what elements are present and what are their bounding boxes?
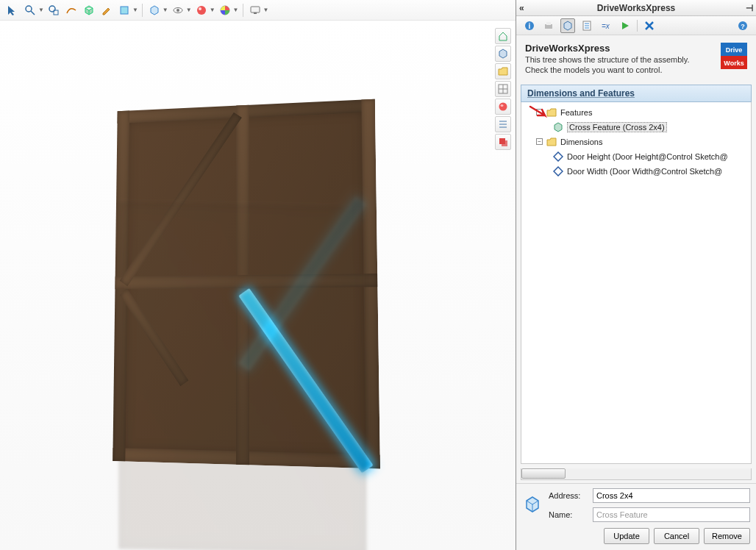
name-row: Name: [549, 507, 750, 522]
dimension-icon [552, 151, 564, 162]
collapse-toggle-icon[interactable]: − [536, 109, 543, 115]
model-viewport[interactable] [0, 21, 516, 550]
panel-title-text: DriveWorksXpress [597, 3, 676, 13]
tree-label: Dimensions [560, 138, 602, 146]
stack-icon[interactable] [495, 134, 511, 150]
svg-line-1 [31, 11, 35, 15]
svg-point-6 [176, 9, 179, 12]
svg-text:Drive: Drive [726, 46, 743, 54]
svg-rect-21 [502, 140, 507, 146]
dropdown-icon[interactable]: ▼ [163, 7, 168, 13]
svg-text:Works: Works [724, 60, 743, 67]
component-tool[interactable] [116, 2, 132, 18]
dropdown-icon[interactable]: ▼ [210, 7, 215, 13]
floor-reflection [112, 431, 374, 550]
tree-label: Door Height (Door Height@Control Sketch@ [567, 152, 728, 161]
button-row: Update Cancel Remove [522, 528, 750, 544]
section-header: Dimensions and Features [521, 85, 752, 102]
svg-rect-4 [121, 7, 128, 14]
svg-point-8 [199, 7, 202, 10]
dropdown-icon[interactable]: ▼ [263, 7, 269, 13]
dropdown-icon[interactable]: ▼ [233, 7, 239, 13]
folder-icon[interactable] [495, 63, 511, 79]
svg-point-0 [26, 6, 32, 12]
view-cube-tool[interactable] [146, 2, 163, 18]
app-root: ▼ ▼ ▼ ▼ ▼ ▼ ▼ [0, 0, 756, 550]
dropdown-icon[interactable]: ▼ [38, 7, 44, 13]
zoom-fit-tool[interactable] [22, 2, 38, 18]
address-input[interactable] [593, 488, 750, 503]
color-tool[interactable] [217, 2, 233, 18]
rule-icon[interactable]: =x [599, 18, 613, 33]
box-tool[interactable] [81, 2, 97, 18]
dimension-icon [552, 165, 564, 177]
svg-rect-11 [254, 12, 257, 14]
feature-tree[interactable]: − Features Cross Feature (Cross 2x4) − D… [521, 102, 752, 465]
assembly-mode-icon[interactable] [560, 18, 575, 33]
driveworks-logo-icon: Drive Works [721, 43, 747, 69]
dropdown-icon[interactable]: ▼ [132, 7, 138, 13]
update-button[interactable]: Update [604, 528, 649, 544]
svg-text:i: i [529, 22, 531, 30]
address-label: Address: [549, 491, 588, 500]
panel-toolbar: i =x ? [516, 16, 756, 35]
print-icon[interactable] [541, 18, 556, 33]
dropdown-icon[interactable]: ▼ [186, 7, 192, 13]
tree-node-features[interactable]: − Features [523, 105, 749, 120]
visibility-tool[interactable] [170, 2, 186, 18]
collapse-icon[interactable]: « [519, 3, 524, 13]
svg-point-2 [49, 6, 55, 12]
tree-label: Door Width (Door Width@Control Sketch@ [567, 167, 722, 176]
svg-text:=x: =x [602, 22, 610, 30]
home-icon[interactable] [495, 28, 511, 44]
tree-node-door-height[interactable]: Door Height (Door Height@Control Sketch@ [523, 149, 749, 164]
panel-titlebar: « DriveWorksXpress ⊣ [516, 0, 756, 16]
tree-node-door-width[interactable]: Door Width (Door Width@Control Sketch@ [523, 164, 749, 179]
svg-text:?: ? [741, 23, 745, 30]
name-input[interactable] [593, 507, 750, 522]
separator [142, 4, 143, 17]
select-tool[interactable] [4, 2, 21, 18]
canvas-sidebar [495, 28, 513, 150]
info-icon[interactable]: i [522, 18, 537, 33]
close-icon[interactable] [642, 18, 657, 33]
pin-icon[interactable]: ⊣ [746, 3, 753, 13]
help-icon[interactable]: ? [735, 18, 750, 33]
name-label: Name: [549, 510, 588, 519]
collapse-toggle-icon[interactable]: − [536, 138, 543, 145]
cancel-button[interactable]: Cancel [654, 528, 699, 544]
grid-icon[interactable] [495, 81, 511, 97]
svg-point-16 [501, 104, 504, 107]
form-icon[interactable] [580, 18, 594, 33]
folder-icon [546, 107, 557, 118]
appearance-tool[interactable] [193, 2, 210, 18]
driveworks-panel: « DriveWorksXpress ⊣ i =x ? DriveWorksXp… [516, 0, 756, 550]
form-area: Address: Name: Update Cancel Remove [516, 483, 756, 550]
tree-h-scrollbar[interactable] [521, 468, 752, 480]
zoom-window-tool[interactable] [46, 2, 62, 18]
run-icon[interactable] [618, 18, 632, 33]
tree-node-cross-feature[interactable]: Cross Feature (Cross 2x4) [523, 120, 749, 135]
feature-icon [552, 121, 564, 133]
separator [637, 20, 638, 32]
section-title: Dimensions and Features [527, 88, 635, 99]
panel-description: DriveWorksXpress This tree shows the str… [516, 35, 756, 85]
tree-node-dimensions[interactable]: − Dimensions [523, 135, 749, 149]
svg-rect-10 [251, 7, 260, 12]
scrollbar-thumb[interactable] [521, 468, 566, 479]
viewport-toolbar: ▼ ▼ ▼ ▼ ▼ ▼ ▼ [0, 0, 516, 21]
sphere-icon[interactable] [495, 99, 511, 115]
display-tool[interactable] [247, 2, 263, 18]
tree-label: Features [560, 108, 592, 117]
panel-description-text: This tree shows the structure of the ass… [525, 55, 713, 76]
tree-label: Cross Feature (Cross 2x4) [567, 122, 667, 132]
viewport-side: ▼ ▼ ▼ ▼ ▼ ▼ ▼ [0, 0, 516, 550]
folder-icon [546, 136, 557, 148]
list-icon[interactable] [495, 116, 511, 132]
sketch-tool[interactable] [63, 2, 79, 18]
address-row: Address: [549, 488, 750, 503]
assembly-icon[interactable] [495, 46, 511, 62]
remove-button[interactable]: Remove [704, 528, 750, 544]
edit-tool[interactable] [99, 2, 115, 18]
assembly-icon [522, 488, 543, 521]
